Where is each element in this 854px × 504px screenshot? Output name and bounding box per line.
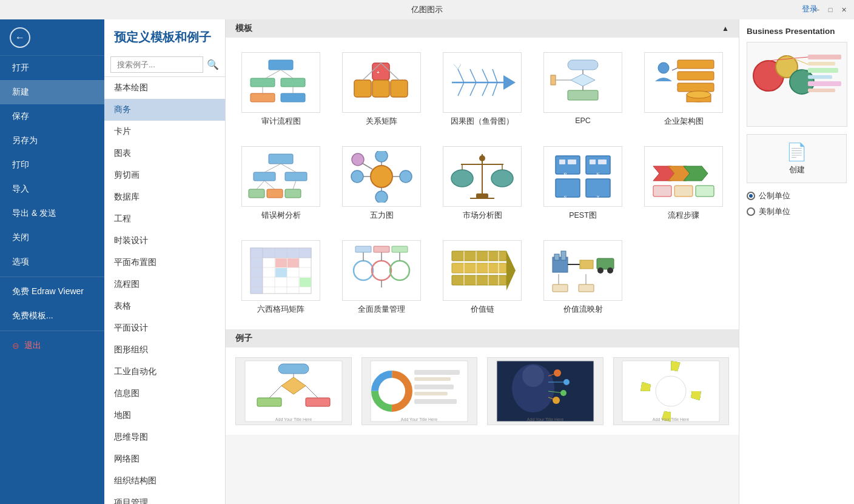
template-card-relation-matrix[interactable]: + 关系矩阵 [336,47,427,132]
svg-rect-31 [568,90,598,100]
svg-line-52 [257,181,264,189]
example-card-2[interactable]: Add Your Title Here [361,357,478,425]
template-thumb-pest: P E S T [543,146,622,207]
search-input[interactable] [110,56,203,73]
category-item-fashion[interactable]: 时装设计 [104,230,225,252]
svg-rect-134 [597,258,614,269]
template-card-audit-flow[interactable]: 审计流程图 [235,47,326,132]
example-card-4[interactable]: Add Your Title Here [613,357,730,425]
sidebar-item-free-viewer[interactable]: 免费 Edraw Viewer [0,280,104,304]
svg-rect-129 [554,254,559,260]
title-bar: 亿图图示 登录 ─ □ ✕ [0,0,854,19]
sidebar-item-open[interactable]: 打开 [0,56,104,80]
svg-point-57 [375,191,388,203]
category-item-infographic[interactable]: 信息图 [104,383,225,405]
category-item-orgchart[interactable]: 组织结构图 [104,470,225,492]
template-card-enterprise-arch[interactable]: 企业架构图 [638,47,729,132]
svg-rect-3 [250,93,275,102]
scroll-up-icon[interactable]: ▲ [722,24,729,33]
template-card-cause-effect[interactable]: 因果图（鱼骨图） [437,47,528,132]
svg-rect-84 [598,160,607,164]
svg-line-21 [482,69,488,82]
example-card-1[interactable]: Add Your Title Here [235,357,352,425]
category-item-network[interactable]: 网络图 [104,448,225,470]
category-item-table[interactable]: 表格 [104,295,225,317]
example-thumb-3: Add Your Title Here [488,358,603,425]
search-button[interactable]: 🔍 [207,59,219,70]
template-card-value-chain[interactable]: 价值链 [437,235,528,320]
back-button[interactable]: ← [10,27,30,48]
category-item-project[interactable]: 项目管理 [104,492,225,504]
category-item-map[interactable]: 地图 [104,405,225,426]
example-thumb-1: Add Your Title Here [236,358,351,425]
svg-point-74 [479,155,485,161]
category-item-basic[interactable]: 基本绘图 [104,77,225,99]
svg-text:Add Your Title Here: Add Your Title Here [275,417,312,422]
relation-matrix-svg: + [348,57,415,109]
template-card-fault-tree[interactable]: 错误树分析 [235,141,326,226]
unit-metric-radio[interactable]: 公制单位 [747,190,847,201]
template-label-value-stream: 价值流映射 [563,304,603,315]
template-card-six-sigma[interactable]: 六西格玛矩阵 [235,235,326,320]
svg-rect-37 [677,60,714,69]
sidebar-item-print[interactable]: 打印 [0,153,104,177]
svg-marker-123 [506,251,516,291]
svg-rect-92 [653,186,671,197]
category-item-floordesign[interactable]: 平面设计 [104,317,225,339]
category-item-card[interactable]: 卡片 [104,121,225,143]
category-item-chart[interactable]: 图表 [104,143,225,164]
category-item-graphic[interactable]: 图形组织 [104,339,225,361]
category-item-database[interactable]: 数据库 [104,186,225,208]
template-card-process-steps[interactable]: 流程步骤 [638,141,729,226]
templates-section-header: 模板 ▲ [226,19,739,38]
sidebar-item-options[interactable]: 选项 [0,250,104,274]
svg-point-112 [390,261,409,280]
search-bar: 🔍 [104,53,225,77]
template-label-five-forces: 五力图 [370,210,394,221]
sidebar-item-save[interactable]: 保存 [0,104,104,129]
svg-rect-44 [269,154,293,164]
sidebar-item-new[interactable]: 新建 [0,80,104,104]
template-card-tqm[interactable]: 全面质量管理 [336,235,427,320]
sidebar-item-exit[interactable]: ⊖ 退出 [0,334,104,358]
category-item-floorplan[interactable]: 平面布置图 [104,252,225,274]
template-card-epc[interactable]: EPC [537,47,628,132]
svg-text:T: T [597,195,600,200]
category-item-engineering[interactable]: 工程 [104,208,225,230]
svg-rect-75 [556,156,580,174]
unit-imperial-radio[interactable]: 美制单位 [747,206,847,217]
category-item-mindmap[interactable]: 思维导图 [104,426,225,448]
sidebar-item-import[interactable]: 导入 [0,177,104,201]
template-label-enterprise-arch: 企业架构图 [664,116,704,127]
template-thumb-enterprise-arch [644,52,723,113]
create-button[interactable]: 📄 创建 [747,134,847,183]
minimize-button[interactable]: ─ [812,4,822,15]
sidebar-separator [0,277,104,277]
sidebar-item-free-templates[interactable]: 免费模板... [0,304,104,328]
template-card-five-forces[interactable]: 五力图 [336,141,427,226]
template-thumb-tqm [342,240,421,301]
svg-rect-109 [300,278,311,287]
svg-line-26 [493,82,497,96]
value-chain-svg [449,245,516,297]
sidebar-item-export[interactable]: 导出 & 发送 [0,201,104,226]
svg-line-23 [458,82,464,96]
template-card-pest[interactable]: P E S T PEST图 [537,141,628,226]
close-button[interactable]: ✕ [838,4,849,15]
category-item-business[interactable]: 商务 [104,99,225,121]
example-thumb-2: Add Your Title Here [362,358,477,425]
template-card-value-stream[interactable]: 价值流映射 [537,235,628,320]
category-item-industrial[interactable]: 工业自动化 [104,361,225,383]
pest-svg: P E S T [550,151,616,203]
maximize-button[interactable]: □ [825,4,836,15]
audit-flow-svg [247,57,314,109]
template-card-market-analysis[interactable]: 市场分析图 [437,141,528,226]
sidebar-item-close[interactable]: 关闭 [0,226,104,250]
sidebar-item-saveas[interactable]: 另存为 [0,129,104,153]
example-card-3[interactable]: Add Your Title Here [487,357,604,425]
svg-point-56 [375,151,388,162]
example-4-svg: Add Your Title Here [616,358,725,425]
category-item-storyboard[interactable]: 剪切画 [104,164,225,186]
category-item-flowchart[interactable]: 流程图 [104,274,225,295]
examples-grid: Add Your Title Here [226,348,739,435]
